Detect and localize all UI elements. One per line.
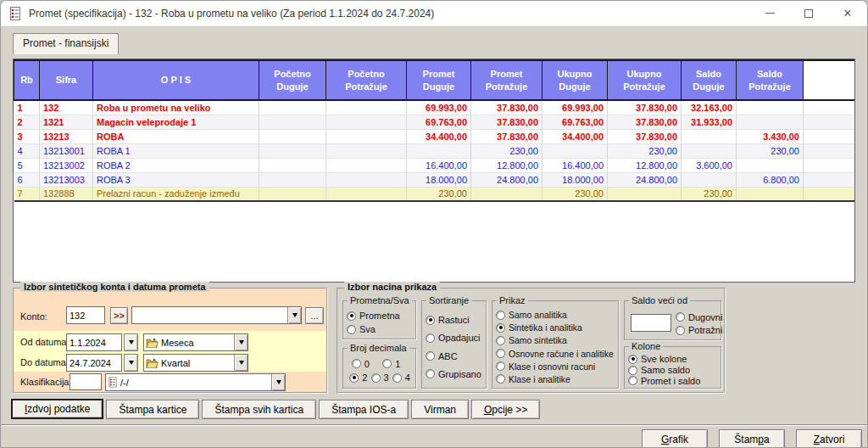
od-period-arrow[interactable] [234,334,248,350]
radio-label: Samo sintetika [509,335,567,345]
column-header-rb[interactable]: Rb [14,60,40,100]
minimize-button[interactable] [750,1,789,26]
cell-opis: ROBA 1 [93,143,259,158]
tampa-kartice-button[interactable]: Štampa kartice [106,400,199,419]
radio-dugovni[interactable]: Dugovni [676,311,719,323]
cell-promet_potrazuje: 37.830,00 [471,100,542,115]
od-datuma-dropdown[interactable] [124,333,138,351]
tampa-button[interactable]: Štampa [719,429,785,448]
radio-sve-kolone[interactable]: Sve kolone [628,354,719,365]
table-row[interactable]: 613213003ROBA 318.000,0024.800,0018.000,… [14,172,856,187]
radio-1[interactable]: 1 [382,358,411,370]
klasifikacija-combo-arrow[interactable] [271,374,285,390]
radio-icon [496,374,505,384]
klasifikacija-input[interactable] [70,373,102,390]
column-header-po-etno-potra-uje[interactable]: Početno Potražuje [326,60,407,100]
radio-opadajuci[interactable]: Opadajuci [426,332,484,344]
cell-saldo_duguje [682,143,737,158]
table-row[interactable]: 413213001ROBA 1230,00230,00230,00 [14,143,856,158]
cell-rb: 6 [14,172,40,187]
column-header-saldo-potra-uje[interactable]: Saldo Potražuje [737,60,804,100]
radio-potra-ni[interactable]: Potražni [676,324,719,336]
subgroup-title: Prometna/Sva [348,295,412,305]
radio-label: Osnovne račune i analitike [509,349,614,359]
promet-grid: RbSifraO P I SPočetno DugujePočetno Potr… [13,59,855,283]
klasifikacija-combobox[interactable]: /-/ [105,373,286,391]
radio-2[interactable]: 2 [349,372,370,384]
radio-sintetika-i-analitika[interactable]: Sintetika i analitika [496,322,616,333]
tampa-ios-a-button[interactable]: Štampa IOS-a [319,400,409,419]
radio-3[interactable]: 3 [371,372,392,384]
do-period-arrow[interactable] [234,355,248,371]
sortiranje-group: SortiranjeRastuciOpadajuciABCGrupisano [421,300,487,389]
radio-label: Klase i analitike [509,374,570,384]
radio-promet-i-saldo[interactable]: Promet i saldo [628,375,719,386]
cell-sifra: 13213003 [40,172,93,187]
cell-ukupno_duguje: 230,00 [542,187,608,201]
column-header-o-p-i-s[interactable]: O P I S [93,60,259,100]
table-row[interactable]: 513213002ROBA 216.400,0012.800,0016.400,… [14,158,856,172]
radio-icon [426,316,435,325]
radio-samo-analitika[interactable]: Samo analitika [496,309,616,321]
klasifikacija-label: Klasifikacija [20,377,69,387]
cell-saldo_potrazuje [737,100,804,115]
radio-0[interactable]: 0 [352,358,381,370]
column-header-po-etno-duguje[interactable]: Početno Duguje [259,60,326,100]
od-datuma-input[interactable] [66,333,122,351]
table-row[interactable]: 21321Magacin veleprodaje 169.763,0037.83… [14,115,856,129]
konto-input[interactable] [66,306,105,324]
column-header-promet-duguje[interactable]: Promet Duguje [407,60,471,100]
radio-klase-i-analitike[interactable]: Klase i analitike [496,373,616,385]
column-header-ukupno-duguje[interactable]: Ukupno Duguje [542,60,608,100]
column-header-saldo-duguje[interactable]: Saldo Duguje [682,60,737,100]
do-datuma-dropdown[interactable] [124,354,138,372]
table-row[interactable]: 7132888Prelazni racun - zaduženje između… [14,187,856,201]
radio-label: 3 [384,372,389,383]
do-period-combobox[interactable]: Kvartal [143,354,248,372]
radio-osnovne-ra-une-i-analitike[interactable]: Osnovne račune i analitike [496,348,616,360]
konto-expand-button[interactable]: >> [110,307,128,324]
radio-klase-i-osnovni-racuni[interactable]: Klase i osnovni racuni [496,361,616,372]
tampa-svih-kartica-button[interactable]: Štampa svih kartica [202,400,316,419]
izdvoj-podatke-button[interactable]: Izdvoj podatke [11,399,103,419]
radio-label: ABC [438,351,458,361]
maximize-button[interactable] [789,1,828,26]
radio-4[interactable]: 4 [392,372,414,384]
tab-promet-finansijski[interactable]: Promet - finansijski [13,33,119,54]
column-header-sifra[interactable]: Sifra [40,60,93,100]
konto-combo-arrow[interactable] [287,307,301,323]
konto-combobox[interactable] [131,306,302,324]
cell-ukupno_duguje: 69.763,00 [542,115,608,129]
konto-more-button[interactable]: ... [305,307,324,324]
virman-button[interactable]: Virman [411,400,469,419]
radio-icon [347,325,356,334]
radio-sva[interactable]: Sva [347,323,414,335]
cell-ukupno_potrazuje: 24.800,00 [608,172,682,187]
table-row[interactable]: 1132Roba u prometu na veliko69.993,0037.… [14,100,856,115]
radio-grupisano[interactable]: Grupisano [426,368,484,380]
close-button[interactable]: ✕ [828,1,867,26]
radio-icon [426,369,435,378]
column-header-promet-potra-uje[interactable]: Promet Potražuje [471,60,542,100]
radio-abc[interactable]: ABC [426,350,484,362]
table-row[interactable]: 313213ROBA34.400,0037.830,0034.400,0037.… [14,129,856,143]
cell-promet_potrazuje [471,187,542,201]
radio-prometna[interactable]: Prometna [347,310,414,322]
window-title: Promet (specifikacija) - 132 - Roba u pr… [29,8,750,20]
radio-rastuci[interactable]: Rastuci [426,314,484,326]
grafik-button[interactable]: Grafik [642,429,708,448]
od-period-combobox[interactable]: Meseca [143,333,248,351]
saldo_veci_od-input[interactable] [631,314,671,332]
zatvori-button[interactable]: Zatvori [796,429,862,448]
radio-samo-sintetika[interactable]: Samo sintetika [496,334,616,346]
chevron-down-icon [129,340,134,344]
radio-samo-saldo[interactable]: Samo saldo [628,365,719,376]
cell-ukupno_potrazuje: 230,00 [608,143,682,158]
do-datuma-input[interactable] [66,354,122,372]
radio-label: Prometna [359,311,400,321]
column-header-ukupno-potra-uje[interactable]: Ukupno Potražuje [608,60,682,100]
radio-label: Sve kolone [641,354,687,364]
radio-label: Rastuci [438,315,470,325]
opcije-button[interactable]: Opcije >> [471,400,540,419]
cell-promet_potrazuje: 230,00 [471,143,542,158]
